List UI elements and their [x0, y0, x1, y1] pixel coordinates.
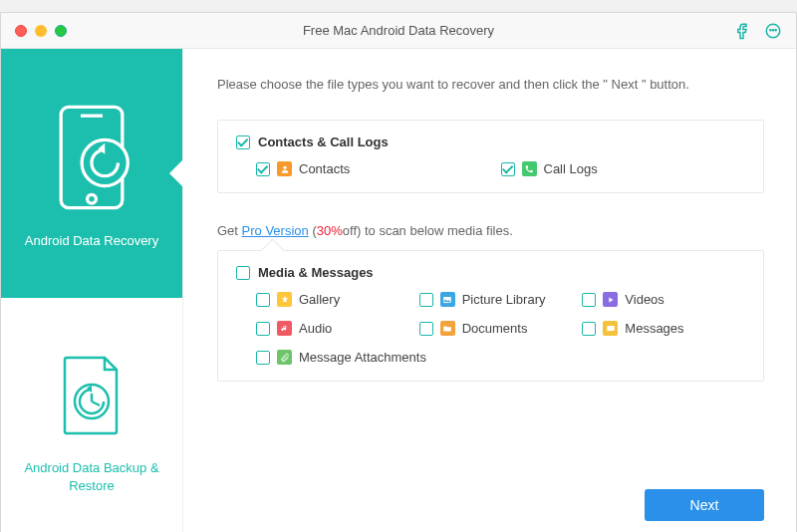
option-gallery[interactable]: Gallery: [256, 292, 419, 307]
option-label: Videos: [625, 292, 664, 307]
documents-icon: [440, 321, 455, 336]
checkbox-messages[interactable]: [582, 322, 596, 336]
discount-text: 30%: [317, 223, 343, 238]
pro-version-link[interactable]: Pro Version: [242, 223, 309, 238]
option-calllogs[interactable]: Call Logs: [501, 161, 746, 176]
option-label: Messages: [625, 321, 683, 336]
messages-icon: [603, 321, 618, 336]
option-videos[interactable]: Videos: [582, 292, 745, 307]
option-message-attachments[interactable]: Message Attachments: [256, 350, 582, 365]
picture-library-icon: [440, 292, 455, 307]
sidebar-item-backup[interactable]: Android Data Backup & Restore: [1, 298, 182, 532]
gallery-icon: [277, 292, 292, 307]
checkbox-picture-library[interactable]: [419, 293, 433, 307]
group-media-messages: Media & Messages Gallery: [217, 250, 764, 382]
option-label: Message Attachments: [299, 350, 426, 365]
svg-rect-13: [607, 326, 615, 331]
option-label: Contacts: [299, 161, 350, 176]
feedback-icon[interactable]: [764, 22, 782, 40]
main-panel: Please choose the file types you want to…: [183, 49, 796, 532]
attachments-icon: [277, 350, 292, 365]
option-label: Documents: [462, 321, 528, 336]
option-label: Audio: [299, 321, 332, 336]
svg-line-10: [92, 401, 100, 405]
svg-point-2: [772, 29, 773, 30]
titlebar: Free Mac Android Data Recovery: [1, 13, 796, 49]
audio-icon: [277, 321, 292, 336]
checkbox-documents[interactable]: [419, 322, 433, 336]
checkbox-videos[interactable]: [582, 293, 596, 307]
group-contacts-calllogs: Contacts & Call Logs Contacts: [217, 120, 764, 193]
maximize-window-button[interactable]: [55, 25, 67, 37]
checkbox-media-messages[interactable]: [236, 266, 250, 280]
instruction-text: Please choose the file types you want to…: [217, 77, 764, 92]
group-title: Contacts & Call Logs: [258, 134, 389, 149]
checkbox-audio[interactable]: [256, 322, 270, 336]
svg-point-11: [283, 165, 286, 168]
option-messages[interactable]: Messages: [582, 321, 745, 336]
backup-restore-icon: [56, 352, 128, 439]
window-title: Free Mac Android Data Recovery: [1, 23, 796, 38]
calllogs-icon: [522, 161, 537, 176]
sidebar-item-label: Android Data Backup & Restore: [17, 459, 166, 494]
checkbox-calllogs[interactable]: [501, 162, 515, 176]
sidebar-item-recovery[interactable]: Android Data Recovery: [1, 49, 182, 298]
next-button[interactable]: Next: [645, 489, 764, 521]
option-picture-library[interactable]: Picture Library: [419, 292, 583, 307]
promo-text: Get Pro Version (30%off) to scan below m…: [217, 223, 764, 238]
minimize-window-button[interactable]: [35, 25, 47, 37]
checkbox-contacts-calllogs[interactable]: [236, 135, 250, 149]
option-label: Picture Library: [462, 292, 546, 307]
close-window-button[interactable]: [15, 25, 27, 37]
checkbox-gallery[interactable]: [256, 293, 270, 307]
option-label: Call Logs: [544, 161, 598, 176]
option-label: Gallery: [299, 292, 340, 307]
app-window: Free Mac Android Data Recovery: [0, 12, 797, 532]
checkbox-contacts[interactable]: [256, 162, 270, 176]
sidebar-item-label: Android Data Recovery: [25, 232, 158, 250]
svg-point-6: [88, 195, 97, 204]
videos-icon: [603, 292, 618, 307]
sidebar: Android Data Recovery Android Data Backu…: [1, 49, 183, 532]
phone-recovery-icon: [46, 103, 137, 212]
svg-point-1: [770, 29, 771, 30]
group-title: Media & Messages: [258, 265, 374, 280]
window-controls: [15, 25, 67, 37]
checkbox-message-attachments[interactable]: [256, 351, 270, 365]
svg-point-3: [775, 29, 776, 30]
contacts-icon: [277, 161, 292, 176]
option-documents[interactable]: Documents: [419, 321, 583, 336]
option-contacts[interactable]: Contacts: [256, 161, 501, 176]
facebook-icon[interactable]: [734, 22, 752, 40]
option-audio[interactable]: Audio: [256, 321, 419, 336]
